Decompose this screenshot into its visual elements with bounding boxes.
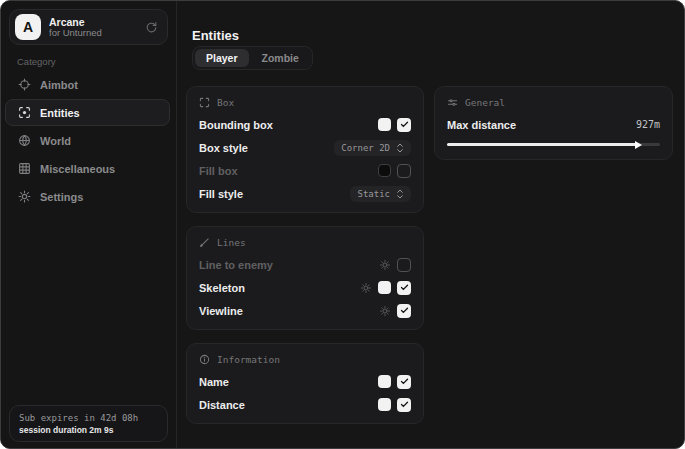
sync-icon[interactable]: [145, 21, 158, 34]
row-label: Fill style: [199, 188, 243, 200]
row-label: Box style: [199, 142, 248, 154]
fill-style-dropdown[interactable]: Static: [350, 186, 411, 202]
sliders-icon: [447, 97, 458, 108]
corner-brackets-icon: [199, 97, 210, 108]
row-label: Name: [199, 376, 229, 388]
row-box-style: Box style Corner 2D: [199, 139, 411, 156]
card-title: Box: [217, 97, 234, 108]
checkbox-unchecked[interactable]: [397, 258, 411, 272]
row-bounding-box: Bounding box: [199, 116, 411, 133]
row-name: Name: [199, 373, 411, 390]
sidebar-item-label: Miscellaneous: [40, 163, 115, 175]
color-swatch[interactable]: [378, 164, 391, 177]
row-label: Bounding box: [199, 119, 273, 131]
slider-fill: [447, 143, 637, 146]
checkbox-checked[interactable]: [397, 304, 411, 318]
sidebar-item-label: Aimbot: [40, 79, 78, 91]
chevron-updown-icon: [396, 189, 404, 199]
information-card: Information Name Distance: [186, 343, 424, 424]
row-settings-gear-icon[interactable]: [379, 259, 391, 271]
right-column: General Max distance 927m: [434, 86, 673, 160]
checkbox-checked[interactable]: [397, 398, 411, 412]
row-distance: Distance: [199, 396, 411, 413]
checkbox-unchecked[interactable]: [397, 164, 411, 178]
info-icon: [199, 354, 210, 365]
color-swatch[interactable]: [378, 118, 391, 131]
row-settings-gear-icon[interactable]: [379, 305, 391, 317]
sidebar-item-settings[interactable]: Settings: [5, 183, 170, 210]
sidebar-item-label: Settings: [40, 191, 83, 203]
max-distance-slider[interactable]: [447, 140, 660, 149]
brand-card: A Arcane for Unturned: [9, 9, 168, 45]
row-viewline: Viewline: [199, 302, 411, 319]
lines-card: Lines Line to enemy Skeleton: [186, 226, 424, 330]
box-card: Box Bounding box Box style Corner 2D: [186, 86, 424, 213]
color-swatch[interactable]: [378, 398, 391, 411]
sidebar-item-label: World: [40, 135, 71, 147]
app-logo: A: [15, 14, 41, 40]
card-title: Lines: [217, 237, 246, 248]
row-label: Viewline: [199, 305, 243, 317]
page-title: Entities: [192, 28, 239, 43]
brand-title: Arcane: [49, 16, 102, 28]
sidebar-item-world[interactable]: World: [5, 127, 170, 154]
row-fill-style: Fill style Static: [199, 185, 411, 202]
row-label: Max distance: [447, 119, 516, 131]
row-label: Distance: [199, 399, 245, 411]
row-line-to-enemy: Line to enemy: [199, 256, 411, 273]
general-card: General Max distance 927m: [434, 86, 673, 160]
checkbox-checked[interactable]: [397, 118, 411, 132]
session-duration-text: session duration 2m 9s: [19, 425, 158, 435]
sidebar-nav: Aimbot Entities World: [5, 71, 170, 210]
crosshair-icon: [18, 78, 31, 91]
row-label: Skeleton: [199, 282, 245, 294]
color-swatch[interactable]: [378, 281, 391, 294]
left-column: Box Bounding box Box style Corner 2D: [186, 86, 424, 424]
entity-tabs: Player Zombie: [192, 46, 313, 70]
row-fill-box: Fill box: [199, 162, 411, 179]
grid-icon: [18, 162, 31, 175]
box-style-dropdown[interactable]: Corner 2D: [334, 140, 411, 156]
slider-value: 927m: [636, 119, 660, 130]
pencil-line-icon: [199, 237, 210, 248]
color-swatch[interactable]: [378, 375, 391, 388]
brand-subtitle: for Unturned: [49, 28, 102, 39]
gear-icon: [18, 190, 31, 203]
main-content: Entities Player Zombie Box Bounding box: [177, 1, 684, 448]
checkbox-checked[interactable]: [397, 281, 411, 295]
globe-icon: [18, 134, 31, 147]
sidebar-item-label: Entities: [40, 107, 80, 119]
subscription-card: Sub expires in 42d 08h session duration …: [9, 405, 168, 442]
sub-expires-text: Sub expires in 42d 08h: [19, 413, 158, 423]
tab-zombie[interactable]: Zombie: [251, 49, 310, 67]
sidebar-item-miscellaneous[interactable]: Miscellaneous: [5, 155, 170, 182]
tab-player[interactable]: Player: [195, 49, 249, 67]
entity-scan-icon: [18, 106, 31, 119]
row-settings-gear-icon[interactable]: [360, 282, 372, 294]
checkbox-checked[interactable]: [397, 375, 411, 389]
sidebar: A Arcane for Unturned Category Aimbot: [1, 1, 177, 448]
dropdown-value: Static: [357, 189, 390, 199]
row-label: Fill box: [199, 165, 238, 177]
card-title: General: [465, 97, 505, 108]
sidebar-item-entities[interactable]: Entities: [5, 99, 170, 126]
card-title: Information: [217, 354, 280, 365]
dropdown-value: Corner 2D: [341, 143, 390, 153]
row-label: Line to enemy: [199, 259, 273, 271]
row-skeleton: Skeleton: [199, 279, 411, 296]
app-window: A Arcane for Unturned Category Aimbot: [0, 0, 685, 449]
row-max-distance: Max distance 927m: [447, 116, 660, 133]
chevron-updown-icon: [396, 143, 404, 153]
category-label: Category: [17, 56, 56, 67]
slider-thumb[interactable]: [635, 141, 642, 149]
sidebar-item-aimbot[interactable]: Aimbot: [5, 71, 170, 98]
